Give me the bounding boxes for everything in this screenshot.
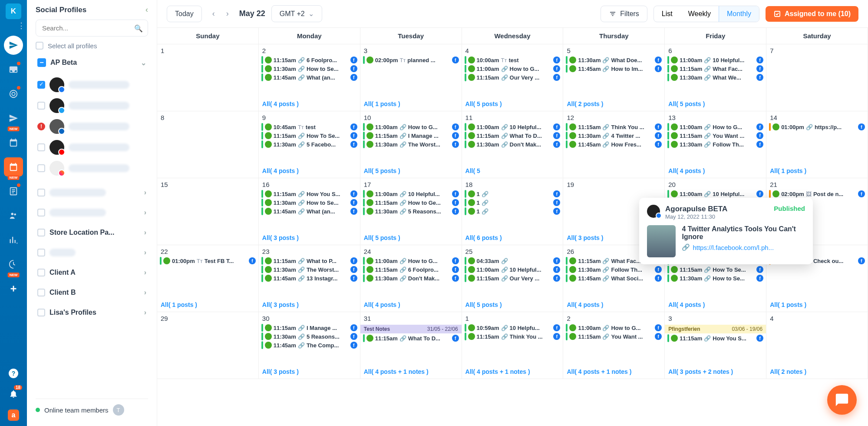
roi-icon[interactable]: NEW: [4, 255, 23, 274]
calendar-cell[interactable]: 511:30am🔗What Doe...f11:45am🔗How to Im..…: [563, 44, 665, 111]
profile-row[interactable]: [37, 76, 148, 94]
calendar-post[interactable]: 11:30am🔗Follow Th...f: [566, 266, 662, 273]
calendar-post[interactable]: 11:15am🔗You Want ...f: [566, 333, 662, 340]
calendar-cell[interactable]: 611:00am🔗10 Helpful...f11:15am🔗What Fac.…: [665, 44, 766, 111]
calendar-post[interactable]: 11:15am🔗I Manage ...f: [261, 324, 357, 332]
workspace-avatar[interactable]: K: [6, 3, 21, 19]
calendar-new-icon[interactable]: NEW: [4, 157, 23, 176]
calendar-post[interactable]: 11:00am🔗How to G...f: [566, 324, 662, 332]
all-posts-link[interactable]: All( 4 posts + 1 notes ): [566, 366, 662, 377]
chat-bubble-icon[interactable]: [827, 385, 857, 415]
calendar-cell[interactable]: 1401:00pm🔗https://p...fAll( 1 posts ): [766, 111, 868, 178]
calendar-post[interactable]: 11:30am🔗What We...f: [667, 73, 763, 81]
calendar-post[interactable]: 11:45am🔗The Comp...f: [261, 341, 357, 349]
timezone-select[interactable]: GMT +2 ⌄: [271, 5, 322, 22]
all-posts-link[interactable]: All( 1 posts ): [363, 99, 459, 109]
calendar-post[interactable]: 11:15am🔗6 Foolpro...f: [261, 56, 357, 64]
calendar-post[interactable]: 11:30am🔗How to Se...f: [261, 199, 357, 206]
collapse-sidebar-icon[interactable]: ‹: [145, 5, 148, 14]
calendar-post[interactable]: 02:00pmTтplanned ...f: [363, 56, 459, 64]
calendar-post[interactable]: 02:00pm🖼Post de n...f: [769, 190, 865, 198]
all-posts-link[interactable]: All( 4 posts ): [261, 99, 357, 109]
calendar-cell[interactable]: 3Pfingstferien03/06 - 19/0611:15am🔗How Y…: [665, 312, 766, 379]
calendar-cell[interactable]: 29: [157, 312, 259, 379]
calendar-post[interactable]: 11:15am🔗What to P...f: [261, 257, 357, 265]
calendar-post[interactable]: 11:30am🔗4 Twitter ...f: [566, 132, 662, 140]
team-avatar[interactable]: T: [113, 404, 124, 416]
calendar-post[interactable]: 11:15am🔗Think You ...f: [566, 123, 662, 131]
calendar-post[interactable]: 11:30am🔗How to Se...f: [261, 65, 357, 73]
publish-icon[interactable]: [4, 36, 23, 55]
calendar-cell[interactable]: 1611:15am🔗How You S...f11:30am🔗How to Se…: [259, 178, 360, 245]
notifications-icon[interactable]: 18: [4, 384, 23, 403]
calendar-cell[interactable]: 4All( 2 notes ): [766, 312, 868, 379]
calendar-note[interactable]: Pfingstferien03/06 - 19/06: [665, 325, 766, 333]
all-posts-link[interactable]: All( 3 posts + 2 notes ): [667, 366, 763, 377]
calendar-post[interactable]: 11:30am🔗5 Reasons...f: [363, 207, 459, 215]
calendar-post[interactable]: 11:00am🔗10 Helpful...f: [465, 266, 561, 273]
calendar-post[interactable]: 11:30am🔗What Doe...f: [566, 56, 662, 64]
all-posts-link[interactable]: All( 2 notes ): [769, 366, 865, 377]
calendar-cell[interactable]: 1211:15am🔗Think You ...f11:30am🔗4 Twitte…: [563, 111, 665, 178]
calendar-post[interactable]: 11:15am🔗6 Foolpro...f: [363, 266, 459, 273]
profile-row[interactable]: [37, 159, 148, 177]
calendar-post[interactable]: 11:15am🔗You Want ...f: [667, 132, 763, 140]
calendar-post[interactable]: 1🔗f: [465, 199, 561, 206]
group-row[interactable]: ›: [36, 203, 148, 223]
all-posts-link[interactable]: All( 4 posts + 1 notes ): [465, 366, 561, 377]
inbox-icon[interactable]: [4, 60, 23, 79]
calendar-post[interactable]: 1🔗f: [465, 190, 561, 198]
calendar-post[interactable]: 11:30am🔗5 Facebo...f: [261, 140, 357, 148]
tab-list[interactable]: List: [654, 6, 680, 22]
group-row[interactable]: ›: [36, 183, 148, 203]
group-row[interactable]: ›: [36, 243, 148, 263]
all-posts-link[interactable]: All( 6 posts ): [465, 233, 561, 243]
calendar-post[interactable]: 11:15am🔗What To D...f: [363, 334, 459, 342]
calendar-cell[interactable]: 910:45amTтtestf11:15am🔗How To Se...f11:3…: [259, 111, 360, 178]
all-posts-link[interactable]: All( 1 posts ): [769, 300, 865, 310]
calendar-post[interactable]: 11:00am🔗How to G...f: [667, 123, 763, 131]
all-posts-link[interactable]: All( 4 posts ): [667, 300, 763, 310]
calendar-post[interactable]: 11:00am🔗10 Helpful...f: [667, 190, 763, 198]
calendar-note[interactable]: Test Notes31/05 - 22/06: [360, 325, 462, 333]
calendar-cell[interactable]: 2504:33am🔗f11:00am🔗10 Helpful...f11:15am…: [462, 245, 564, 312]
all-posts-link[interactable]: All( 5 posts ): [465, 300, 561, 310]
all-posts-link[interactable]: All( 3 posts ): [261, 300, 357, 310]
all-posts-link[interactable]: All( 4 posts + 1 notes ): [363, 366, 459, 377]
calendar-icon[interactable]: [4, 133, 23, 152]
group-clienta[interactable]: Client A›: [36, 263, 148, 283]
all-posts-link[interactable]: All( 5 posts ): [465, 99, 561, 109]
calendar-cell[interactable]: 15: [157, 178, 259, 245]
calendar-post[interactable]: 11:15am🔗Our Very ...f: [465, 73, 561, 81]
all-posts-link[interactable]: All( 5 posts ): [667, 99, 763, 109]
workspace-menu-icon[interactable]: ⋮: [17, 21, 25, 30]
calendar-post[interactable]: 11:30am🔗How to Se...f: [667, 274, 763, 282]
calendar-cell[interactable]: 1711:00am🔗10 Helpful...f11:15am🔗How to G…: [360, 178, 462, 245]
calendar-post[interactable]: 11:45am🔗What (an...f: [261, 73, 357, 81]
all-posts-link[interactable]: All( 5 posts ): [363, 233, 459, 243]
calendar-post[interactable]: 11:15am🔗How to Ge...f: [363, 199, 459, 206]
all-posts-link[interactable]: All( 5 posts ): [363, 166, 459, 176]
calendar-post[interactable]: 01:00pmTтTest FB T...f: [160, 257, 256, 265]
today-button[interactable]: Today: [167, 6, 202, 22]
calendar-post[interactable]: 01:00pm🔗https://p...f: [769, 123, 865, 131]
help-icon[interactable]: ?: [9, 369, 18, 378]
calendar-cell[interactable]: 1011:00am🔗How to G...f11:15am🔗I Manage .…: [360, 111, 462, 178]
prev-icon[interactable]: ‹: [208, 7, 219, 21]
all-posts-link[interactable]: All( 1 posts ): [160, 300, 256, 310]
calendar-post[interactable]: 11:45am🔗What Soci...f: [566, 274, 662, 282]
calendar-post[interactable]: 11:15am🔗I Manage ...f: [363, 132, 459, 140]
select-all-profiles[interactable]: Select all profiles: [36, 42, 148, 50]
all-posts-link[interactable]: All( 4 posts ): [363, 300, 459, 310]
calendar-post[interactable]: 11:30am🔗The Worst...f: [261, 266, 357, 273]
profile-row[interactable]: [37, 138, 148, 156]
calendar-cell[interactable]: 110:59am🔗10 Helpfu...f11:15am🔗Think You …: [462, 312, 564, 379]
all-posts-link[interactable]: All( 4 posts ): [566, 300, 662, 310]
calendar-post[interactable]: 04:33am🔗f: [465, 257, 561, 265]
app-logo[interactable]: a: [8, 409, 19, 421]
calendar-cell[interactable]: 181🔗f1🔗f1🔗fAll( 6 posts ): [462, 178, 564, 245]
calendar-post[interactable]: 11:45am🔗How Fres...f: [566, 140, 662, 148]
all-posts-link[interactable]: All( 3 posts ): [261, 366, 357, 377]
filters-button[interactable]: Filters: [601, 6, 647, 22]
calendar-post[interactable]: 11:30am🔗5 Reasons...f: [261, 333, 357, 340]
